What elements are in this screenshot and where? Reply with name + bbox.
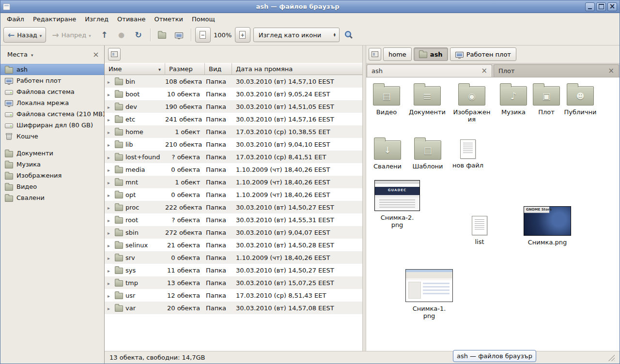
sidebar-selector[interactable]: Места <box>4 49 36 60</box>
expander-icon[interactable] <box>108 280 112 286</box>
breadcrumb-button[interactable]: ash <box>414 47 448 61</box>
expander-icon[interactable] <box>108 217 112 223</box>
menu-item[interactable]: Файл <box>2 14 29 24</box>
tree-row[interactable]: root ? обекта Папка 30.03.2010 (вт) 14,5… <box>105 213 362 226</box>
tab-close-icon[interactable] <box>481 67 487 75</box>
column-header-size[interactable]: Размер <box>165 63 205 75</box>
back-history-icon[interactable] <box>40 32 42 38</box>
tree-row[interactable]: proc 222 обекта Папка 30.03.2010 (вт) 14… <box>105 201 362 213</box>
sidebar-item[interactable]: Изображения <box>0 170 104 181</box>
expander-icon[interactable] <box>108 116 112 122</box>
zoom-in-button[interactable] <box>235 27 250 43</box>
sidebar-item[interactable]: Файлова система (210 MB) <box>0 108 104 120</box>
forward-button[interactable]: Напред <box>47 27 95 43</box>
home-button[interactable] <box>155 27 170 43</box>
expander-icon[interactable] <box>108 104 112 110</box>
sidebar-item[interactable]: Локална мрежа <box>0 97 104 108</box>
menu-item[interactable]: Помощ <box>187 14 219 24</box>
sidebar-item[interactable]: Работен плот <box>0 75 104 86</box>
sidebar-item[interactable]: ash <box>0 64 104 75</box>
menu-item[interactable]: Редактиране <box>29 14 80 24</box>
expander-icon[interactable] <box>108 78 112 85</box>
tree-row[interactable]: boot 10 обекта Папка 30.03.2010 (вт) 9,0… <box>105 88 362 100</box>
icon-view-item[interactable]: Свалени <box>367 136 408 170</box>
tab[interactable]: ash <box>367 64 492 77</box>
sidebar-item[interactable]: Видео <box>0 181 104 192</box>
computer-button[interactable] <box>171 27 187 43</box>
expander-icon[interactable] <box>108 242 112 248</box>
icon-view-item[interactable]: Снимка-1.png <box>404 269 454 320</box>
icon-view[interactable]: Видео Документи <box>366 77 620 351</box>
column-header-type[interactable]: Вид <box>205 63 232 75</box>
icon-view-item[interactable]: Изображения <box>451 82 492 123</box>
tree-row[interactable]: opt 0 обекта Папка 1.10.2009 (чт) 18,40,… <box>105 188 362 201</box>
reload-button[interactable] <box>131 27 146 43</box>
tab[interactable]: Плот <box>494 64 619 77</box>
breadcrumb-button[interactable]: home <box>383 47 412 61</box>
pane-splitter[interactable] <box>362 46 366 351</box>
sidebar-close-icon[interactable] <box>92 50 100 59</box>
search-button[interactable] <box>341 27 356 43</box>
expander-icon[interactable] <box>108 91 112 97</box>
icon-view-item[interactable]: Видео <box>366 82 407 116</box>
tree-row[interactable]: tmp 13 обекта Папка 30.03.2010 (вт) 15,0… <box>105 276 362 289</box>
window-menu-icon[interactable] <box>3 3 10 10</box>
stop-button[interactable] <box>114 27 129 43</box>
tree-row[interactable]: etc 241 обекта Папка 30.03.2010 (вт) 14,… <box>105 113 362 125</box>
tree-row[interactable]: home 1 обект Папка 17.03.2010 (ср) 10,38… <box>105 125 362 138</box>
expander-icon[interactable] <box>108 267 112 273</box>
tree-row[interactable]: lib 210 обекта Папка 30.03.2010 (вт) 9,0… <box>105 138 362 151</box>
expander-icon[interactable] <box>108 141 112 148</box>
icon-view-item[interactable]: GUADEC Снимка-2.png <box>372 180 422 229</box>
expander-icon[interactable] <box>108 154 112 160</box>
expander-icon[interactable] <box>108 204 112 211</box>
tree-row[interactable]: lost+found ? обекта Папка 17.03.2010 (ср… <box>105 151 362 163</box>
icon-view-item[interactable]: GNOME Store Снимка.png <box>522 206 573 246</box>
expander-icon[interactable] <box>108 292 112 299</box>
zoom-out-button[interactable] <box>195 27 211 43</box>
sidebar-item[interactable]: Свалени <box>0 192 104 203</box>
expander-icon[interactable] <box>108 229 112 236</box>
expander-icon[interactable] <box>108 305 112 311</box>
minimize-button[interactable] <box>585 2 595 11</box>
expander-icon[interactable] <box>108 192 112 198</box>
tree-row[interactable]: sbin 272 обекта Папка 30.03.2010 (вт) 9,… <box>105 226 362 239</box>
back-button[interactable]: Назад <box>3 27 46 43</box>
tree-row[interactable]: var 20 обекта Папка 30.03.2010 (вт) 14,5… <box>105 302 362 314</box>
icon-view-item[interactable]: Документи <box>407 82 448 116</box>
tree-pane-location-button[interactable] <box>108 48 121 61</box>
sidebar-item[interactable]: Файлова система <box>0 86 104 97</box>
view-mode-combo[interactable]: Изглед като икони <box>253 28 340 42</box>
menu-item[interactable]: Отметки <box>150 14 187 24</box>
sidebar-item[interactable]: Кошче <box>0 131 104 142</box>
tree-row[interactable]: dev 190 обекта Папка 30.03.2010 (вт) 14,… <box>105 100 362 113</box>
resize-grip[interactable] <box>607 354 615 361</box>
icon-view-item[interactable]: нов файл <box>448 136 488 169</box>
tree-row[interactable]: mnt 1 обект Папка 1.10.2009 (чт) 18,40,2… <box>105 176 362 188</box>
maximize-button[interactable] <box>596 2 606 11</box>
tree-row[interactable]: selinux 21 обекта Папка 30.03.2010 (вт) … <box>105 239 362 251</box>
expander-icon[interactable] <box>108 179 112 185</box>
titlebar[interactable]: ash — файлов браузър <box>0 0 620 13</box>
sidebar-item[interactable]: Документи <box>0 148 104 159</box>
tree-row[interactable]: usr 12 обекта Папка 17.03.2010 (ср) 8,51… <box>105 289 362 302</box>
menu-item[interactable]: Изглед <box>80 14 113 24</box>
tree-row[interactable]: srv 0 обекта Папка 1.10.2009 (чт) 18,40,… <box>105 251 362 264</box>
column-header-date[interactable]: Дата на промяна <box>232 63 362 75</box>
sidebar-item[interactable]: Музика <box>0 159 104 170</box>
expander-icon[interactable] <box>108 129 112 135</box>
icon-view-item[interactable]: list <box>459 213 500 245</box>
sidebar-item[interactable]: Шифриран дял (80 GB) <box>0 120 104 131</box>
tab-close-icon[interactable] <box>608 67 614 75</box>
icon-view-item[interactable]: Публични <box>560 82 601 116</box>
tree-row[interactable]: sys 11 обекта Папка 30.03.2010 (вт) 14,5… <box>105 264 362 276</box>
icon-view-item[interactable]: Шаблони <box>407 136 448 170</box>
expander-icon[interactable] <box>108 255 112 261</box>
menu-item[interactable]: Отиване <box>113 14 150 24</box>
close-button[interactable] <box>607 2 617 11</box>
tree-row[interactable]: bin 108 обекта Папка 30.03.2010 (вт) 14,… <box>105 75 362 88</box>
breadcrumb-button[interactable]: Работен плот <box>450 47 516 61</box>
tree-row[interactable]: media 0 обекта Папка 1.10.2009 (чт) 18,4… <box>105 163 362 176</box>
up-button[interactable] <box>97 27 112 43</box>
column-header-name[interactable]: Име <box>105 63 165 75</box>
